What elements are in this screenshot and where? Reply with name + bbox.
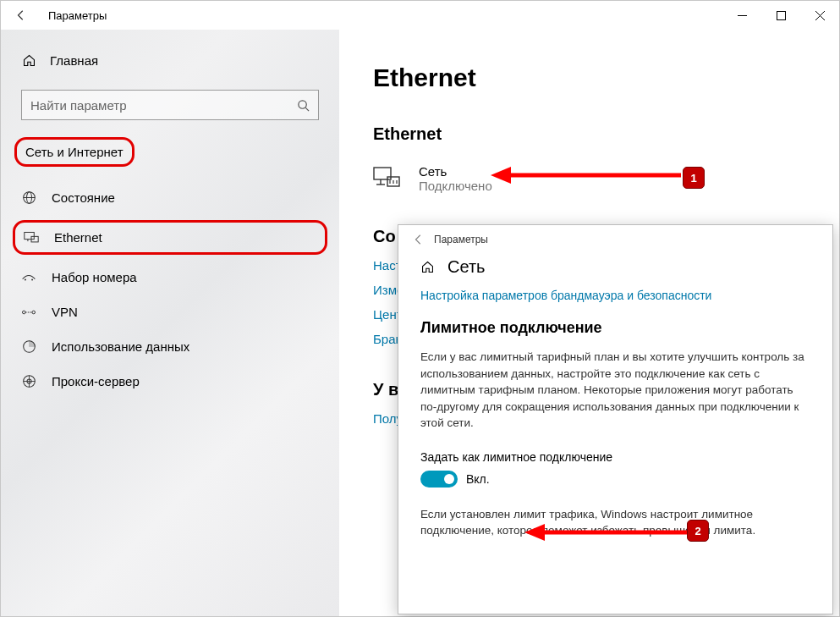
search-icon xyxy=(297,99,310,112)
sidebar: Главная Сеть и Интернет Состояние Ethern… xyxy=(1,30,339,616)
connection-status: Подключено xyxy=(419,179,492,193)
sidebar-home[interactable]: Главная xyxy=(3,47,338,74)
sidebar-item-ethernet[interactable]: Ethernet xyxy=(13,220,327,255)
svg-point-14 xyxy=(22,311,25,314)
connection-row[interactable]: Сеть Подключено xyxy=(373,164,805,193)
svg-rect-22 xyxy=(374,168,391,179)
sidebar-item-label: Состояние xyxy=(52,190,115,205)
connection-name: Сеть xyxy=(419,164,492,179)
svg-point-13 xyxy=(31,278,33,280)
overlay-back-button[interactable] xyxy=(404,234,434,245)
vpn-icon xyxy=(21,306,36,318)
search-box[interactable] xyxy=(21,90,319,120)
home-icon xyxy=(21,53,36,68)
svg-rect-1 xyxy=(777,11,785,19)
overlay-home[interactable]: Сеть xyxy=(420,257,810,277)
sidebar-item-label: Использование данных xyxy=(52,339,189,354)
close-button[interactable] xyxy=(800,1,839,30)
sidebar-nav: Состояние Ethernet Набор номера VPN Испо… xyxy=(3,180,338,399)
dialup-icon xyxy=(21,272,36,284)
maximize-button[interactable] xyxy=(761,1,800,30)
home-icon xyxy=(420,260,436,274)
svg-point-4 xyxy=(299,100,306,107)
toggle-state: Вкл. xyxy=(466,472,490,486)
ethernet-connection-icon xyxy=(373,167,404,190)
sidebar-category: Сеть и Интернет xyxy=(14,137,135,167)
minimize-button[interactable] xyxy=(722,1,761,30)
page-title: Ethernet xyxy=(373,63,805,92)
overlay-paragraph: Если у вас лимитный тарифный план и вы х… xyxy=(420,349,810,432)
back-button[interactable] xyxy=(1,1,41,30)
ethernet-icon xyxy=(24,231,39,245)
overlay-window: Параметры Сеть Настройка параметров бран… xyxy=(398,224,833,614)
overlay-title: Параметры xyxy=(434,234,488,245)
overlay-toggle-label: Задать как лимитное подключение xyxy=(420,450,810,464)
search-input[interactable] xyxy=(30,98,297,113)
sidebar-item-data-usage[interactable]: Использование данных xyxy=(3,329,338,364)
titlebar: Параметры xyxy=(1,1,839,30)
sidebar-item-status[interactable]: Состояние xyxy=(3,180,338,215)
data-usage-icon xyxy=(21,339,36,354)
overlay-titlebar: Параметры xyxy=(398,225,832,254)
sidebar-item-dialup[interactable]: Набор номера xyxy=(3,260,338,295)
svg-point-15 xyxy=(32,311,36,314)
svg-rect-9 xyxy=(25,232,34,239)
sidebar-item-label: Набор номера xyxy=(52,270,137,284)
sidebar-item-vpn[interactable]: VPN xyxy=(3,295,338,329)
globe-icon xyxy=(21,190,36,205)
overlay-section-heading: Лимитное подключение xyxy=(420,319,810,337)
svg-point-12 xyxy=(25,278,26,280)
overlay-firewall-link[interactable]: Настройка параметров брандмауэра и безоп… xyxy=(420,289,810,302)
sidebar-item-label: Ethernet xyxy=(54,230,102,245)
sidebar-item-proxy[interactable]: Прокси-сервер xyxy=(3,364,338,399)
window-title: Параметры xyxy=(48,9,107,22)
metered-connection-toggle[interactable] xyxy=(420,471,458,488)
svg-line-5 xyxy=(305,107,309,111)
proxy-icon xyxy=(21,374,36,388)
overlay-note: Если установлен лимит трафика, Windows н… xyxy=(420,506,810,539)
sidebar-item-label: Прокси-сервер xyxy=(52,374,140,388)
sidebar-item-label: VPN xyxy=(52,305,78,319)
section-heading: Ethernet xyxy=(373,124,805,144)
overlay-home-label: Сеть xyxy=(447,257,485,277)
sidebar-home-label: Главная xyxy=(50,53,98,68)
